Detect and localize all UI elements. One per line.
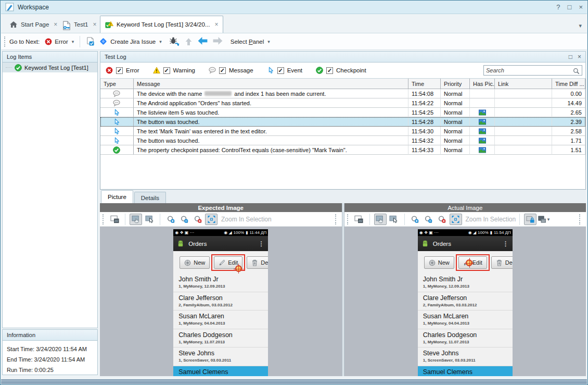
delete-button[interactable]: Delete	[491, 256, 513, 269]
go-to-parent-button[interactable]	[182, 36, 195, 47]
column-header[interactable]: Message	[134, 79, 408, 89]
contact-item[interactable]: Susan McLaren1, MyMoney, 04.04.2013	[173, 311, 268, 329]
zoom-reset-icon[interactable]	[191, 214, 204, 225]
event-filter-checkbox[interactable]: ✓	[277, 67, 284, 74]
log-row[interactable]: The device with the nameand index 1 has …	[100, 89, 585, 98]
contact-item[interactable]: Clare Jefferson2, FamilyAlbum, 03.03.201…	[418, 292, 513, 311]
search-icon[interactable]	[573, 67, 580, 74]
contact-item[interactable]: Steve Johns1, ScreenSaver, 03.03.2011	[418, 347, 513, 366]
contact-item[interactable]: Charles Dodgeson1, MyMoney, 11.07.2013	[173, 329, 268, 348]
log-item-label: Keyword Test Log [Test1]	[24, 65, 88, 71]
contact-item[interactable]: Samuel Clemens2, MyMoney, 02.03.2012	[173, 366, 268, 377]
event-icon	[113, 137, 120, 144]
toolbar-grip[interactable]	[347, 214, 349, 225]
zoom-in-icon[interactable]	[409, 214, 421, 225]
contact-item[interactable]: Clare Jefferson2, FamilyAlbum, 03.03.201…	[173, 292, 268, 311]
dropdown-caret-icon: ▾	[547, 217, 550, 222]
event-icon	[113, 109, 120, 116]
log-row[interactable]: The Android application "Orders" has sta…	[100, 98, 585, 108]
post-bug-button[interactable]	[167, 35, 182, 47]
checkpoint-filter-checkbox[interactable]: ✓	[326, 67, 333, 74]
toolbar-grip[interactable]	[579, 214, 581, 225]
toolbar-separator	[404, 214, 405, 225]
message-filter-checkbox[interactable]: ✓	[219, 67, 226, 74]
create-jira-issue-button[interactable]: Create Jira Issue ▾	[97, 36, 163, 47]
log-row[interactable]: The button was touched.11:54:28Normal2.3…	[100, 117, 585, 127]
error-filter-checkbox[interactable]: ✓	[116, 67, 123, 74]
contact-item[interactable]: Steve Johns1, ScreenSaver, 03.03.2011	[173, 347, 268, 366]
pan-tool-icon[interactable]	[374, 214, 387, 225]
contact-details: 1, ScreenSaver, 03.03.2011	[423, 358, 507, 363]
search-input[interactable]	[486, 67, 573, 73]
toolbar-grip[interactable]	[335, 214, 337, 225]
has-picture-cell	[470, 89, 495, 98]
new-button[interactable]: New	[424, 256, 454, 269]
fit-to-window-icon[interactable]	[205, 214, 218, 225]
selection-tool-icon[interactable]	[388, 214, 400, 225]
log-row[interactable]: The button was touched.11:54:32Normal1.7…	[100, 136, 585, 145]
phone-action-bar: Orders ⋮	[418, 236, 513, 251]
delete-button[interactable]: Delete	[247, 256, 268, 269]
contact-item[interactable]: Samuel Clemens2, MyMoney, 02.03.2012	[418, 366, 513, 377]
warning-filter-checkbox[interactable]: ✓	[163, 67, 170, 74]
toolbar-grip[interactable]	[4, 36, 6, 47]
run-state-report-button[interactable]	[84, 36, 97, 47]
new-button[interactable]: New	[180, 256, 210, 269]
filter-groups: ✓Error✓Warning✓Message✓Event✓Checkpoint	[106, 67, 366, 74]
overflow-menu-icon[interactable]: ⋮	[503, 240, 509, 247]
contact-item[interactable]: Susan McLaren1, MyMoney, 04.04.2013	[418, 311, 513, 329]
column-header[interactable]: Type	[100, 79, 134, 89]
log-row[interactable]: The listview item 5 was touched.11:54:25…	[100, 108, 585, 117]
filter-label: Event	[287, 67, 302, 73]
column-header[interactable]: Time Diff ...	[552, 79, 585, 89]
maximize-button[interactable]: □	[568, 3, 572, 11]
contact-item[interactable]: Charles Dodgeson1, MyMoney, 11.07.2013	[418, 329, 513, 348]
panel-close-icon[interactable]: ×	[578, 53, 581, 60]
log-row[interactable]: The text 'Mark Twain' was entered in the…	[100, 127, 585, 136]
tab-label: Details	[141, 195, 159, 201]
zoom-out-icon[interactable]	[178, 214, 190, 225]
log-item[interactable]: Keyword Test Log [Test1]	[3, 63, 97, 72]
time-diff-cell: 1.51	[552, 145, 585, 155]
panel-maximize-icon[interactable]: □	[569, 53, 572, 60]
contact-item[interactable]: John Smith Jr1, MyMoney, 12.09.2013	[418, 274, 513, 292]
tab-test1[interactable]: Test1 ×	[57, 17, 102, 31]
tab-picture[interactable]: Picture	[101, 190, 133, 203]
column-header[interactable]: Has Pic...	[470, 79, 495, 89]
fit-to-window-icon[interactable]	[450, 214, 462, 225]
column-header[interactable]: Link	[495, 79, 552, 89]
column-header[interactable]: Time	[408, 79, 441, 89]
time-diff-cell: 14.49	[552, 98, 585, 108]
help-button[interactable]: ?	[556, 3, 560, 11]
tab-start-page[interactable]: Start Page ×	[4, 17, 62, 31]
tab-list-dropdown-icon[interactable]: ▾	[579, 22, 582, 29]
tab-close-icon[interactable]: ×	[93, 21, 97, 28]
lock-images-icon[interactable]	[524, 214, 536, 225]
zoom-in-icon[interactable]	[164, 214, 177, 225]
zoom-reset-icon[interactable]	[436, 214, 449, 225]
tab-close-icon[interactable]: ×	[214, 21, 218, 28]
selection-tool-icon[interactable]	[143, 214, 156, 225]
priority-cell: Normal	[441, 89, 470, 98]
keyword-test-icon	[62, 21, 71, 29]
picture-options-icon[interactable]: ▾	[538, 214, 550, 225]
column-header[interactable]: Priority	[441, 79, 470, 89]
select-panel-button[interactable]: Select Panel ▾	[228, 38, 272, 46]
delete-trash-icon	[496, 259, 503, 266]
contact-item[interactable]: John Smith Jr1, MyMoney, 12.09.2013	[173, 274, 268, 292]
close-button[interactable]: ×	[579, 3, 583, 11]
goto-next-error-button[interactable]: Error ▾	[43, 37, 76, 46]
export-picture-icon[interactable]	[108, 214, 121, 225]
go-back-button[interactable]	[195, 35, 210, 47]
log-row[interactable]: The property checkpoint passed: ControlT…	[100, 145, 585, 155]
overflow-menu-icon[interactable]: ⋮	[258, 240, 265, 247]
go-forward-button[interactable]	[210, 35, 225, 47]
tab-keyword-test-log[interactable]: Keyword Test Log [Test1] 3/24/20... ×	[100, 16, 223, 33]
zoom-out-icon[interactable]	[423, 214, 435, 225]
export-picture-icon[interactable]	[353, 214, 365, 225]
tab-details[interactable]: Details	[134, 192, 166, 203]
filter-label: Message	[229, 67, 253, 73]
toolbar-grip[interactable]	[103, 214, 105, 225]
has-picture-cell	[470, 127, 495, 136]
pan-tool-icon[interactable]	[130, 214, 142, 225]
